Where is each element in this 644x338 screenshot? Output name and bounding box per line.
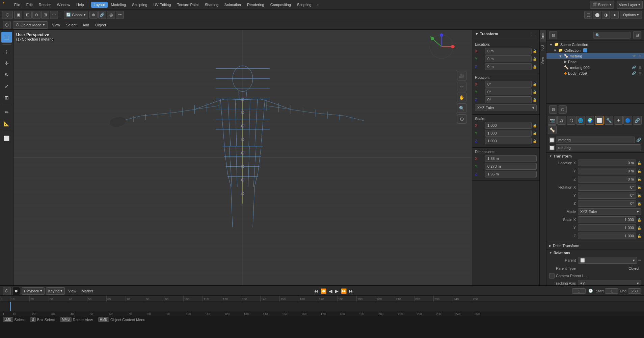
viewport-gizmo[interactable]: X Y Z — [428, 33, 455, 60]
body7359-eye-icon[interactable]: ⊟ — [639, 71, 641, 75]
rotation-y-field[interactable]: 0° — [485, 89, 532, 95]
dim-x-field[interactable]: 1.88 m — [485, 155, 537, 162]
proportional-edit-btn[interactable]: ◎ — [107, 11, 115, 19]
parent-edit-icon[interactable]: ✏ — [638, 258, 641, 263]
pr-rot-x-field[interactable]: 0° — [578, 184, 636, 191]
metarig-select-icon[interactable]: ⊙ — [639, 54, 641, 58]
collection-checkbox[interactable] — [583, 48, 587, 52]
outliner-scene-collection[interactable]: ▼ 📁 Scene Collection — [546, 42, 644, 47]
pr-scale-z-field[interactable]: 1.000 — [578, 233, 636, 239]
view-menu-btn[interactable]: View — [50, 21, 62, 29]
editor-type-2[interactable]: ⬡ — [3, 21, 11, 29]
proportional-falloff-btn[interactable]: 〜 — [116, 11, 124, 19]
cursor-btn[interactable]: ⊹ — [457, 82, 466, 91]
pr-scale-z-lock[interactable]: 🔒 — [637, 234, 641, 238]
loc-x-lock[interactable]: 🔒 — [533, 49, 537, 53]
body7359-link-icon[interactable]: 🔗 — [632, 71, 636, 75]
viewport-shading-wire[interactable]: ▢ — [584, 11, 592, 19]
loc-y-lock[interactable]: 🔒 — [533, 57, 537, 61]
camera-parent-checkbox[interactable] — [549, 273, 555, 279]
timeline-editor-type[interactable]: ⬡ — [3, 287, 11, 295]
pr-loc-y-field[interactable]: 0 m — [578, 168, 636, 174]
metarig002-eye-icon[interactable]: ⊟ — [639, 66, 641, 69]
timeline-marker-btn[interactable]: Marker — [80, 287, 95, 295]
tool-annotate[interactable]: ✏ — [1, 107, 12, 118]
props-header-icon2[interactable]: ⬡ — [559, 105, 567, 114]
render-region-btn[interactable]: ⬡ — [457, 114, 466, 124]
current-frame-display[interactable]: 1 — [572, 288, 586, 294]
metarig002-link-icon[interactable]: 🔗 — [632, 66, 636, 69]
tool-rotate[interactable]: ↻ — [1, 69, 12, 80]
outliner-editor-type[interactable]: ⊡ — [549, 31, 557, 39]
pr-rot-y-lock[interactable]: 🔒 — [637, 194, 641, 197]
scale-y-lock[interactable]: 🔒 — [533, 131, 537, 135]
playback-dropdown[interactable]: Playback ▾ — [22, 287, 45, 295]
outliner-metarig002[interactable]: 🦴 metarig.002 🔗 ⊟ — [546, 65, 644, 70]
pr-loc-x-field[interactable]: 0 m — [578, 160, 636, 166]
outliner-metarig[interactable]: ▼ 🦴 metarig 👁 ⊙ — [546, 53, 644, 59]
pr-loc-x-lock[interactable]: 🔒 — [637, 161, 641, 165]
object-menu-btn[interactable]: Object — [93, 21, 108, 29]
props-modifier-icon[interactable]: 🔧 — [605, 116, 613, 125]
menu-edit[interactable]: Edit — [24, 2, 35, 8]
props-transform-header[interactable]: ▼ Transform — [549, 154, 641, 158]
play-back-btn[interactable]: ◀ — [328, 288, 333, 294]
snap-d[interactable]: ⋯ — [50, 11, 58, 19]
tracking-axis-dropdown[interactable]: +Y ▾ — [578, 280, 641, 285]
pr-loc-z-lock[interactable]: 🔒 — [637, 177, 641, 181]
start-frame-field[interactable]: 1 — [605, 288, 618, 294]
pr-loc-y-lock[interactable]: 🔒 — [637, 169, 641, 173]
editor-type-button[interactable]: ⬡ — [2, 11, 13, 19]
view-layer-selector[interactable]: View Layer ▾ — [617, 1, 643, 9]
dim-z-field[interactable]: 1.95 m — [485, 171, 537, 177]
loc-z-lock[interactable]: 🔒 — [533, 65, 537, 69]
jump-back-btn[interactable]: ⏪ — [320, 288, 327, 294]
tab-item[interactable]: Item — [540, 30, 546, 42]
pr-scale-y-lock[interactable]: 🔒 — [637, 226, 641, 230]
outliner-collection[interactable]: ▼ 📁 Collection — [546, 47, 644, 53]
end-frame-field[interactable]: 250 — [628, 288, 641, 294]
play-forward-btn[interactable]: ⏩ — [340, 288, 347, 294]
props-constraints-icon[interactable]: 🔗 — [633, 116, 642, 125]
pr-rot-z-lock[interactable]: 🔒 — [637, 202, 641, 206]
object-name-link-icon[interactable]: 🔗 — [636, 138, 641, 142]
scale-z-lock[interactable]: 🔒 — [533, 139, 537, 143]
scene-selector[interactable]: 🎬 Scene ▾ — [590, 1, 614, 9]
timeline-main[interactable]: 1102030405060708090100110120130140150160… — [0, 295, 644, 316]
dim-y-field[interactable]: 0.273 m — [485, 163, 537, 170]
rotation-z-field[interactable]: 0° — [485, 96, 532, 103]
workspace-texture-paint[interactable]: Texture Paint — [174, 2, 201, 8]
props-physics-icon[interactable]: 🔵 — [623, 116, 632, 125]
workspace-sculpting[interactable]: Sculpting — [129, 2, 150, 8]
rotation-x-field[interactable]: 0° — [485, 81, 532, 88]
workspace-compositing[interactable]: Compositing — [268, 2, 294, 8]
tool-object-add[interactable]: ⬜ — [1, 133, 12, 144]
menu-render[interactable]: Render — [36, 2, 54, 8]
scale-x-field[interactable]: 1.000 — [485, 122, 532, 129]
tab-tool[interactable]: Tool — [540, 42, 546, 54]
camera-view-btn[interactable]: 🎥 — [457, 71, 466, 80]
location-x-field[interactable]: 0 m — [485, 48, 532, 54]
tool-measure[interactable]: 📐 — [1, 118, 12, 129]
snap-c[interactable]: ⊞ — [41, 11, 49, 19]
outliner-filter-btn[interactable]: ⊟ — [633, 31, 641, 39]
jump-start-btn[interactable]: ⏮ — [313, 288, 319, 294]
workspace-uv-editing[interactable]: UV Editing — [151, 2, 173, 8]
props-data-icon[interactable]: 🦴 — [548, 125, 557, 134]
location-y-field[interactable]: 0 m — [485, 55, 532, 62]
workspace-rendering[interactable]: Rendering — [244, 2, 267, 8]
workspace-animation[interactable]: Animation — [222, 2, 244, 8]
jump-end-btn[interactable]: ⏭ — [348, 288, 354, 294]
viewport-3d[interactable]: User Perspective (1) Collection | metari… — [14, 30, 472, 285]
workspace-scripting[interactable]: Scripting — [294, 2, 314, 8]
viewport-shading-solid[interactable]: ⬤ — [593, 11, 601, 19]
props-output-icon[interactable]: 🖨 — [557, 116, 566, 125]
zoom-btn[interactable]: 🔍 — [457, 103, 466, 113]
outliner-search-input[interactable]: 🔍 — [593, 32, 631, 39]
select-menu-btn[interactable]: Select — [64, 21, 79, 29]
props-scene-icon[interactable]: 🌐 — [576, 116, 585, 125]
object-mode-dropdown[interactable]: ⬡ Object Mode ▾ — [13, 21, 48, 29]
timeline-record[interactable]: ⏺ — [12, 287, 20, 295]
timeline-view-btn[interactable]: View — [66, 287, 78, 295]
props-render-icon[interactable]: 📷 — [548, 116, 557, 125]
